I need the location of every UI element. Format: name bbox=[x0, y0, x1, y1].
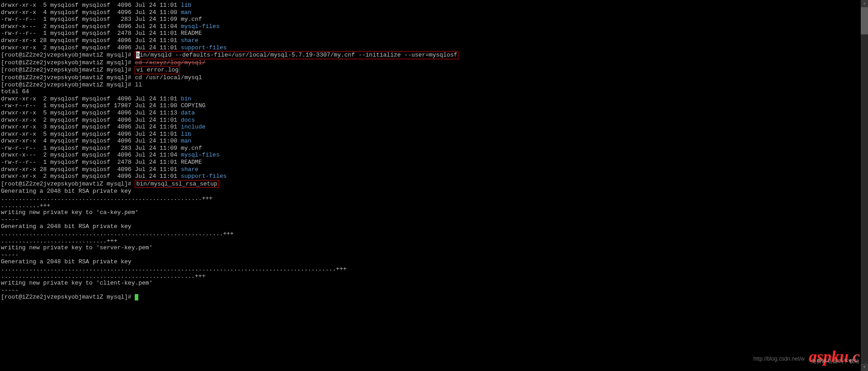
file-name: mysql-files bbox=[181, 152, 220, 158]
file-name: mysql-files bbox=[181, 23, 220, 30]
scrollbar-track[interactable]: ▴ ▾ bbox=[861, 0, 868, 371]
scroll-down-icon[interactable]: ▾ bbox=[861, 364, 868, 371]
output-line: ----- bbox=[1, 216, 867, 224]
ls-row: drwxr-xr-x 4 mysqlosf mysqlosf 4096 Jul … bbox=[1, 138, 867, 145]
file-name: data bbox=[181, 109, 195, 116]
file-name: support-files bbox=[181, 173, 226, 180]
ls-row: drwxr-x--- 2 mysqlosf mysqlosf 4096 Jul … bbox=[1, 152, 867, 159]
output-line: ........................................… bbox=[1, 230, 867, 238]
scrollbar-thumb[interactable] bbox=[861, 7, 868, 34]
ls-row: drwxr-xr-x 3 mysqlosf mysqlosf 4096 Jul … bbox=[1, 124, 867, 131]
ls-row: drwxr-xr-x 5 mysqlosf mysqlosf 4096 Jul … bbox=[1, 2, 867, 9]
ls-row: drwxr-xr-x 5 mysqlosf mysqlosf 4096 Jul … bbox=[1, 109, 867, 117]
file-name: lib bbox=[181, 131, 191, 138]
watermark: aspku.c 免费网站源码下载站 bbox=[809, 353, 860, 366]
ls-row: drwxr-xr-x 4 mysqlosf mysqlosf 4096 Jul … bbox=[1, 9, 867, 16]
terminal-output[interactable]: drwxr-xr-x 5 mysqlosf mysqlosf 4096 Jul … bbox=[0, 0, 868, 303]
output-line: ........................................… bbox=[1, 266, 867, 273]
ls-row: drwxr-xr-x 2 mysqlosf mysqlosf 4096 Jul … bbox=[1, 44, 867, 52]
ls-row: drwxr-xr-x 2 mysqlosf mysqlosf 4096 Jul … bbox=[1, 173, 867, 180]
ls-row: -rw-r--r-- 1 mysqlosf mysqlosf 2478 Jul … bbox=[1, 30, 867, 37]
prompt-line: [root@iZ2ze2jvzepskyobjmavtiZ mysql]# bi… bbox=[1, 180, 867, 188]
highlight-box: bin/mysqld --defaults-file=/usr/local/my… bbox=[135, 51, 458, 59]
file-name: man bbox=[181, 138, 191, 144]
output-line: ........................................… bbox=[1, 195, 867, 202]
cursor-icon bbox=[135, 294, 138, 300]
prompt-line: [root@iZ2ze2jvzepskyobjmavtiZ mysql]# vi… bbox=[1, 66, 867, 74]
cursor-icon: b bbox=[136, 52, 140, 58]
ls-row: drwxr-xr-x 2 mysqlosf mysqlosf 4096 Jul … bbox=[1, 117, 867, 124]
prompt-line: [root@iZ2ze2jvzepskyobjmavtiZ mysql]# cd… bbox=[1, 74, 867, 81]
watermark-url: http://blog.csdn.net/w bbox=[754, 356, 805, 363]
file-name: docs bbox=[181, 117, 195, 124]
file-name: include bbox=[181, 124, 206, 130]
file-name: lib bbox=[181, 2, 191, 9]
output-line: ........................................… bbox=[1, 273, 867, 280]
highlight-box: bin/mysql_ssl_rsa_setup bbox=[135, 180, 218, 188]
output-line: writing new private key to 'ca-key.pem' bbox=[1, 209, 867, 216]
watermark-subtitle: 免费网站源码下载站 bbox=[809, 358, 860, 366]
file-name: support-files bbox=[181, 44, 226, 51]
prompt-line: [root@iZ2ze2jvzepskyobjmavtiZ mysql]# ll bbox=[1, 81, 867, 89]
ls-row: drwxr-xr-x 5 mysqlosf mysqlosf 4096 Jul … bbox=[1, 131, 867, 138]
prompt-line: [root@iZ2ze2jvzepskyobjmavtiZ mysql]# cd… bbox=[1, 59, 867, 67]
output-line: writing new private key to 'server-key.p… bbox=[1, 244, 867, 252]
file-name: share bbox=[181, 166, 198, 173]
ls-row: drwxr-xr-x 28 mysqlosf mysqlosf 4096 Jul… bbox=[1, 166, 867, 173]
file-name: my.cnf bbox=[181, 145, 202, 152]
ls-row: drwxr-xr-x 28 mysqlosf mysqlosf 4096 Jul… bbox=[1, 37, 867, 44]
file-name: COPYING bbox=[181, 102, 206, 109]
ls-row: drwxr-x--- 2 mysqlosf mysqlosf 4096 Jul … bbox=[1, 23, 867, 30]
prompt-line[interactable]: [root@iZ2ze2jvzepskyobjmavtiZ mysql]# bbox=[1, 294, 867, 301]
file-name: README bbox=[181, 30, 202, 37]
ls-row: -rw-r--r-- 1 mysqlosf mysqlosf 2478 Jul … bbox=[1, 159, 867, 166]
output-line: Generating a 2048 bit RSA private key bbox=[1, 258, 867, 266]
file-name: man bbox=[181, 9, 191, 16]
file-name: README bbox=[181, 159, 202, 166]
file-name: bin bbox=[181, 95, 191, 102]
output-line: Generating a 2048 bit RSA private key bbox=[1, 223, 867, 230]
ls-row: -rw-r--r-- 1 mysqlosf mysqlosf 283 Jul 2… bbox=[1, 145, 867, 152]
file-name: my.cnf bbox=[181, 16, 202, 23]
output-line: writing new private key to 'client-key.p… bbox=[1, 280, 867, 287]
output-line: ----- bbox=[1, 252, 867, 259]
file-name: share bbox=[181, 37, 198, 44]
ls-row: drwxr-xr-x 2 mysqlosf mysqlosf 4096 Jul … bbox=[1, 95, 867, 103]
output-line: ..............................+++ bbox=[1, 238, 867, 245]
output-line: ----- bbox=[1, 287, 867, 294]
output-line: ...........+++ bbox=[1, 202, 867, 209]
scroll-up-icon[interactable]: ▴ bbox=[861, 0, 868, 7]
total-line: total 64 bbox=[1, 88, 867, 95]
output-line: Generating a 2048 bit RSA private key bbox=[1, 188, 867, 195]
highlight-box: vi error.log bbox=[135, 66, 180, 74]
prompt-line: [root@iZ2ze2jvzepskyobjmavtiZ mysql]# bi… bbox=[1, 51, 867, 59]
ls-row: -rw-r--r-- 1 mysqlosf mysqlosf 283 Jul 2… bbox=[1, 16, 867, 23]
ls-row: -rw-r--r-- 1 mysqlosf mysqlosf 17987 Jul… bbox=[1, 102, 867, 109]
struck-command: cd /xcxyz/log/mysql/ bbox=[135, 59, 205, 66]
